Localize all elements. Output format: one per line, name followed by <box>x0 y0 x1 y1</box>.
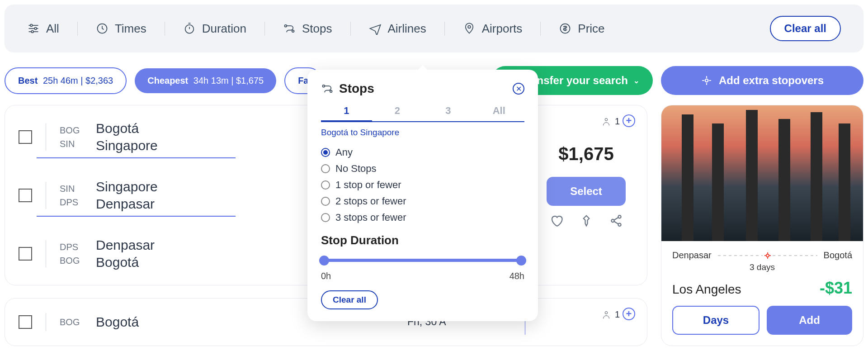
code-from: SIN <box>60 182 87 195</box>
popover-clear-button[interactable]: Clear all <box>321 290 378 309</box>
divider <box>46 182 46 209</box>
sort-cheapest-label: Cheapest <box>147 76 188 85</box>
city-from: Singapore <box>96 178 158 195</box>
sort-best-label: Best <box>18 76 38 85</box>
filter-label: All <box>46 22 59 36</box>
divider <box>37 157 236 158</box>
days-button[interactable]: Days <box>672 306 760 335</box>
option-label: 2 stops or fewer <box>335 195 406 207</box>
pin-icon[interactable] <box>580 214 593 228</box>
city-to: Bogotá <box>96 254 155 271</box>
stopover-price: -$31 <box>820 279 852 298</box>
svg-point-7 <box>468 26 471 28</box>
filter-stops[interactable]: Stops <box>265 22 351 36</box>
code-from: BOG <box>60 123 87 137</box>
svg-point-15 <box>323 85 325 87</box>
stopover-days: 3 days <box>672 262 852 272</box>
sort-best[interactable]: Best 25h 46m | $2,363 <box>5 67 127 94</box>
tab-3[interactable]: 3 <box>423 101 474 121</box>
heart-icon[interactable] <box>550 214 563 228</box>
select-button[interactable]: Select <box>547 177 626 206</box>
stops-option-two[interactable]: 2 stops or fewer <box>321 195 524 207</box>
route-line <box>718 255 817 256</box>
plane-icon <box>369 22 382 35</box>
radio-icon <box>321 148 330 157</box>
slider-thumb-min[interactable] <box>319 256 329 266</box>
filter-price[interactable]: Price <box>541 22 623 36</box>
filter-label: Stops <box>302 22 332 36</box>
filter-all[interactable]: All <box>27 22 78 36</box>
city-names: Bogotá <box>96 313 139 331</box>
leg-checkbox[interactable] <box>19 315 32 329</box>
radio-icon <box>321 197 330 206</box>
stopover-city: Los Angeles <box>672 282 741 297</box>
city-to: Singapore <box>96 137 158 154</box>
person-icon <box>601 117 611 127</box>
stopover-from: Denpasar <box>672 250 712 261</box>
filter-label: Times <box>115 22 146 36</box>
filter-airports[interactable]: Airports <box>445 22 541 36</box>
airport-codes: DPS BOG <box>60 240 87 267</box>
city-to: Denpasar <box>96 195 158 213</box>
close-button[interactable]: ✕ <box>513 83 524 95</box>
leg-checkbox[interactable] <box>19 130 32 144</box>
duration-slider[interactable] <box>321 256 524 265</box>
option-label: 1 stop or fewer <box>335 179 401 191</box>
expand-button[interactable]: + <box>623 114 635 127</box>
city-names: Denpasar Bogotá <box>96 237 155 270</box>
expand-button[interactable]: + <box>623 308 635 320</box>
svg-point-5 <box>285 25 287 27</box>
person-icon <box>601 310 611 320</box>
filter-label: Price <box>578 22 604 36</box>
slider-thumb-max[interactable] <box>516 256 526 266</box>
price-icon <box>559 22 571 35</box>
city-from: Bogotá <box>96 120 158 137</box>
filter-bar: All Times Duration Stops Airlines Airpor… <box>5 5 863 52</box>
clock-icon <box>96 22 108 35</box>
sort-cheapest-meta: 34h 13m | $1,675 <box>193 76 264 85</box>
action-icons <box>550 214 623 228</box>
filter-label: Airports <box>482 22 523 36</box>
tab-2[interactable]: 2 <box>372 101 423 121</box>
leg-checkbox[interactable] <box>19 189 32 202</box>
pax-value: 1 <box>615 309 620 320</box>
target-icon <box>701 75 712 86</box>
slider-labels: 0h 48h <box>321 271 524 281</box>
city-from: Denpasar <box>96 237 155 254</box>
divider <box>37 216 236 217</box>
divider <box>46 313 46 331</box>
filter-label: Airlines <box>388 22 426 36</box>
filter-times[interactable]: Times <box>78 22 165 36</box>
svg-point-0 <box>30 24 33 27</box>
sort-fastest-label: Fa <box>298 76 308 85</box>
radio-icon <box>321 213 330 222</box>
code-to: DPS <box>60 195 87 209</box>
svg-point-10 <box>605 118 608 121</box>
add-stopover-button[interactable]: Add extra stopovers <box>661 66 863 95</box>
clear-all-button[interactable]: Clear all <box>770 16 841 41</box>
stops-option-none[interactable]: No Stops <box>321 163 524 175</box>
slider-min-label: 0h <box>321 271 331 281</box>
add-button[interactable]: Add <box>767 306 852 335</box>
leg-checkbox[interactable] <box>19 247 32 261</box>
popover-title: Stops <box>339 81 374 96</box>
stopover-image <box>661 105 863 241</box>
stopover-to: Bogotá <box>824 250 852 261</box>
route-icon <box>321 82 334 95</box>
filter-airlines[interactable]: Airlines <box>351 22 445 36</box>
option-label: Any <box>335 147 353 158</box>
route-icon <box>283 22 296 35</box>
tab-1[interactable]: 1 <box>321 101 372 122</box>
sort-cheapest[interactable]: Cheapest 34h 13m | $1,675 <box>135 68 276 93</box>
target-icon <box>764 252 771 259</box>
filter-duration[interactable]: Duration <box>165 22 265 36</box>
share-icon[interactable] <box>609 214 623 228</box>
sliders-icon <box>27 22 40 35</box>
stops-option-three[interactable]: 3 stops or fewer <box>321 212 524 223</box>
tab-all[interactable]: All <box>474 101 525 121</box>
radio-icon <box>321 164 330 173</box>
pax-value: 1 <box>615 116 620 127</box>
city-names: Bogotá Singapore <box>96 120 158 154</box>
stops-option-any[interactable]: Any <box>321 147 524 158</box>
stops-option-one[interactable]: 1 stop or fewer <box>321 179 524 191</box>
